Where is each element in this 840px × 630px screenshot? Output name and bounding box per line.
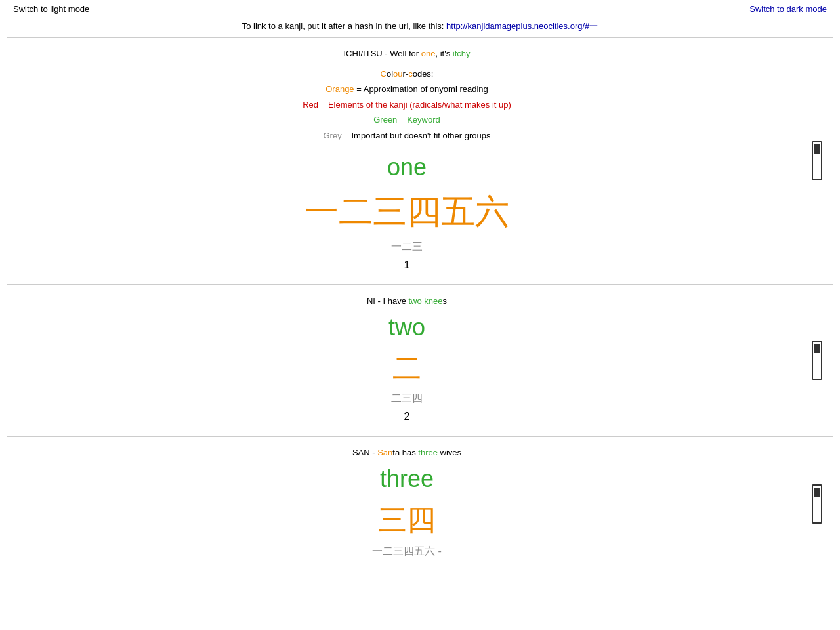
scroll-thumb-ni xyxy=(814,344,820,353)
kanji-section-ichi: ICHI/ITSU - Well for one, it's itchy Col… xyxy=(7,37,833,285)
kanji-section-ni: NI - I have two knees two 二 二三四 2 xyxy=(7,285,833,436)
kanji-medium-san: 三四 xyxy=(20,501,793,539)
grey-legend: Grey = Important but doesn't fit other g… xyxy=(323,131,490,140)
link-hint: To link to a kanji, put it after a hash … xyxy=(0,18,840,37)
mnemonic-ni-green1: two xyxy=(409,296,422,306)
section-scroll-bar-san[interactable] xyxy=(812,484,822,524)
kanji-section-san: SAN - Santa has three wives three 三四 一二三… xyxy=(7,436,833,572)
number-ni: 2 xyxy=(20,411,793,423)
mnemonic-ichi: ICHI/ITSU - Well for one, it's itchy xyxy=(20,49,793,58)
mnemonic-san-orange: San xyxy=(377,448,392,457)
mnemonic-ni-plain: NI - I have xyxy=(367,296,409,306)
color-legend: Colour-codes: Orange = Approximation of … xyxy=(20,66,793,143)
green-legend: Green = Keyword xyxy=(373,115,440,125)
mnemonic-san-plain: SAN - xyxy=(352,448,377,457)
reading-ni: 二三四 xyxy=(20,392,793,406)
keyword-one: one xyxy=(20,154,793,181)
keyword-three: three xyxy=(20,465,793,493)
colour-codes-label: Colour-codes: xyxy=(381,69,434,79)
scroll-thumb-san xyxy=(814,488,820,497)
red-legend: Red = Elements of the kanji (radicals/wh… xyxy=(303,100,511,110)
reading-ichi: 一二三 xyxy=(20,240,793,254)
mnemonic-san-green: three xyxy=(418,448,438,457)
orange-legend: Orange = Approximation of onyomi reading xyxy=(326,84,488,94)
reading-san: 一二三四五六 - xyxy=(20,545,793,558)
number-ichi: 1 xyxy=(20,259,793,271)
mnemonic-green-1: itchy xyxy=(453,49,471,58)
mnemonic-ni-s: s xyxy=(443,296,448,306)
section-scroll-bar-ni[interactable] xyxy=(812,341,822,380)
mnemonic-san: SAN - Santa has three wives xyxy=(20,448,793,457)
mnemonic-san-plain3: wives xyxy=(438,448,461,457)
mnemonic-plain-2: , it's xyxy=(435,49,452,58)
kanji-medium-ni: 二 xyxy=(20,349,793,388)
dark-mode-link[interactable]: Switch to dark mode xyxy=(749,4,827,14)
mnemonic-ni-green2: knee xyxy=(424,296,442,306)
kanji-url-link[interactable]: http://kanjidamageplus.neocities.org/#一 xyxy=(446,21,598,31)
top-bar: Switch to light mode Switch to dark mode xyxy=(0,0,840,18)
mnemonic-orange-1: one xyxy=(421,49,436,58)
kanji-large-ichi: 一二三四五六 xyxy=(20,189,793,235)
link-hint-text: To link to a kanji, put it after a hash … xyxy=(242,21,446,31)
section-scroll-bar[interactable] xyxy=(812,141,822,180)
mnemonic-plain-1: ICHI/ITSU - Well for xyxy=(344,49,421,58)
keyword-two: two xyxy=(20,314,793,341)
scroll-thumb xyxy=(814,144,820,154)
mnemonic-san-plain2: ta has xyxy=(392,448,418,457)
light-mode-label: Switch to light mode xyxy=(13,4,89,14)
mnemonic-ni: NI - I have two knees xyxy=(20,296,793,306)
